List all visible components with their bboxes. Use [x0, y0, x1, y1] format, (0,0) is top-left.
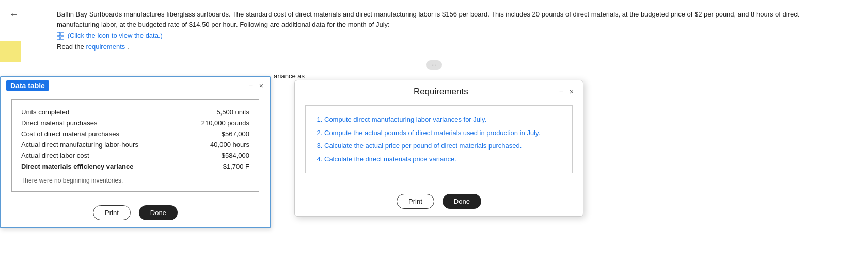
data-table-minimize-button[interactable]: − [248, 81, 254, 90]
table-row: Units completed5,500 units [21, 107, 249, 118]
data-icon-link[interactable]: (Click the icon to view the data.) [57, 31, 163, 39]
list-item: Compute the actual pounds of direct mate… [324, 126, 563, 140]
svg-rect-3 [61, 37, 64, 40]
read-requirements-text: Read the requirements . [57, 43, 837, 51]
row-value: $1,700 F [223, 162, 249, 170]
requirements-link[interactable]: requirements [86, 43, 125, 51]
svg-rect-0 [57, 32, 60, 36]
table-row: Actual direct manufacturing labor-hours4… [21, 139, 249, 150]
problem-text: Baffin Bay Surfboards manufactures fiber… [57, 9, 837, 29]
row-label: Actual direct labor cost [21, 152, 89, 159]
table-row: Cost of direct material purchases$567,00… [21, 128, 249, 139]
list-item: Calculate the direct materials price var… [324, 153, 563, 166]
table-row: Direct materials efficiency variance$1,7… [21, 161, 249, 172]
req-modal-header: Requirements − × [295, 80, 583, 101]
row-value: $567,000 [222, 130, 249, 138]
requirements-modal: Requirements − × Compute direct manufact… [294, 80, 583, 217]
data-table-close-button[interactable]: × [258, 81, 264, 90]
data-table-inner: Units completed5,500 unitsDirect materia… [11, 99, 259, 192]
row-value: 210,000 pounds [201, 119, 249, 127]
divider [52, 56, 837, 56]
req-close-button[interactable]: × [569, 88, 575, 96]
row-value: 40,000 hours [210, 141, 249, 149]
req-print-button[interactable]: Print [397, 194, 434, 209]
grid-icon [57, 32, 64, 40]
req-content: Compute direct manufacturing labor varia… [295, 101, 583, 192]
back-arrow-icon: ← [9, 9, 19, 20]
data-table-done-button[interactable]: Done [139, 205, 178, 220]
req-minimize-button[interactable]: − [558, 88, 564, 96]
row-label: Units completed [21, 108, 69, 116]
req-footer: Print Done [295, 192, 583, 216]
data-table-footer: Print Done [1, 200, 270, 227]
svg-rect-1 [61, 32, 64, 36]
table-row: Actual direct labor cost$584,000 [21, 150, 249, 161]
data-link-text: (Click the icon to view the data.) [68, 31, 163, 39]
row-label: Direct material purchases [21, 119, 97, 127]
list-item: Compute direct manufacturing labor varia… [324, 113, 563, 126]
data-rows-container: Units completed5,500 unitsDirect materia… [21, 107, 249, 172]
list-item: Calculate the actual price per pound of … [324, 139, 563, 153]
data-table-print-button[interactable]: Print [93, 205, 131, 220]
collapsed-bar: ··· [31, 58, 837, 72]
requirements-modal-title: Requirements [324, 87, 558, 97]
back-button[interactable]: ← [9, 9, 19, 20]
row-value: 5,500 units [216, 108, 249, 116]
row-label: Cost of direct material purchases [21, 130, 119, 138]
data-table-content: Units completed5,500 unitsDirect materia… [1, 93, 270, 200]
req-list-box: Compute direct manufacturing labor varia… [305, 105, 573, 173]
modal-controls: − × [248, 81, 264, 90]
req-modal-controls: − × [558, 88, 575, 96]
row-label: Actual direct manufacturing labor-hours [21, 141, 138, 149]
partial-answer: ariance as [274, 72, 305, 80]
req-done-button[interactable]: Done [443, 194, 481, 209]
collapsed-dots[interactable]: ··· [426, 60, 441, 70]
sticky-note [0, 41, 21, 62]
data-table-modal: Data table − × Units completed5,500 unit… [0, 76, 271, 228]
row-label: Direct materials efficiency variance [21, 162, 134, 170]
row-value: $584,000 [222, 152, 249, 159]
requirements-list: Compute direct manufacturing labor varia… [315, 113, 563, 166]
data-table-note: There were no beginning inventories. [21, 177, 249, 184]
data-table-title: Data table [6, 80, 49, 91]
svg-rect-2 [57, 37, 60, 40]
table-row: Direct material purchases210,000 pounds [21, 118, 249, 128]
modal-header: Data table − × [1, 77, 270, 93]
